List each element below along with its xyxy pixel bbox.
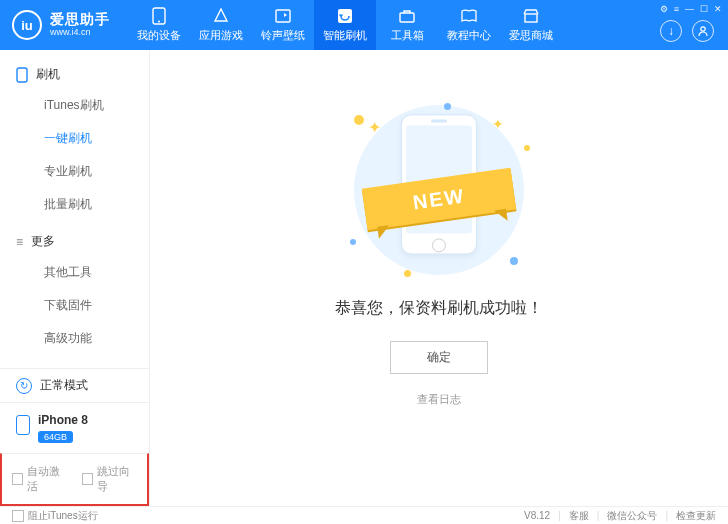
update-link[interactable]: 检查更新 [676, 509, 716, 523]
wechat-link[interactable]: 微信公众号 [607, 509, 657, 523]
checkbox-block-itunes[interactable]: 阻止iTunes运行 [12, 509, 98, 523]
nav-label: 工具箱 [391, 28, 424, 43]
version-label: V8.12 [524, 510, 550, 521]
more-icon: ≡ [16, 235, 23, 249]
nav-apps[interactable]: 应用游戏 [190, 0, 252, 50]
device-mode[interactable]: ↻ 正常模式 [0, 368, 149, 402]
sparkle-icon: ✦ [492, 116, 504, 132]
nav-label: 教程中心 [447, 28, 491, 43]
flash-icon [336, 7, 354, 25]
brand-name: 爱思助手 [50, 12, 110, 27]
sidebar-group-more: ≡ 更多 [0, 227, 149, 256]
wallpaper-icon [274, 7, 292, 25]
maximize-icon[interactable]: ☐ [700, 4, 708, 14]
svg-rect-2 [276, 10, 290, 22]
sidebar: 刷机 iTunes刷机 一键刷机 专业刷机 批量刷机 ≡ 更多 其他工具 下载固… [0, 50, 150, 506]
checkbox-skip-guide[interactable]: 跳过向导 [82, 464, 138, 494]
nav-label: 我的设备 [137, 28, 181, 43]
user-icon[interactable] [692, 20, 714, 42]
device-panel[interactable]: iPhone 8 64GB [0, 402, 149, 453]
book-icon [460, 7, 478, 25]
logo: iu 爱思助手 www.i4.cn [0, 10, 110, 40]
svg-rect-7 [17, 68, 27, 82]
top-nav: 我的设备 应用游戏 铃声壁纸 智能刷机 工具箱 教程中心 爱思商城 [128, 0, 562, 50]
support-link[interactable]: 客服 [569, 509, 589, 523]
sidebar-item-pro-flash[interactable]: 专业刷机 [0, 155, 149, 188]
nav-toolbox[interactable]: 工具箱 [376, 0, 438, 50]
logo-icon: iu [12, 10, 42, 40]
apps-icon [212, 7, 230, 25]
sparkle-icon: ✦ [368, 118, 381, 137]
phone-icon [16, 67, 28, 83]
view-log-link[interactable]: 查看日志 [417, 392, 461, 407]
header-right: ↓ [660, 20, 714, 42]
refresh-icon: ↻ [16, 378, 32, 394]
sidebar-item-download-firmware[interactable]: 下载固件 [0, 289, 149, 322]
checkbox-auto-activate[interactable]: 自动激活 [12, 464, 68, 494]
ok-button[interactable]: 确定 [390, 341, 488, 374]
sidebar-item-advanced[interactable]: 高级功能 [0, 322, 149, 355]
checkbox-label: 跳过向导 [97, 464, 137, 494]
main-content: ✦ ✦ NEW 恭喜您，保资料刷机成功啦！ 确定 查看日志 [150, 50, 728, 506]
group-label: 刷机 [36, 66, 60, 83]
svg-point-6 [701, 27, 705, 31]
group-label: 更多 [31, 233, 55, 250]
success-message: 恭喜您，保资料刷机成功啦！ [335, 298, 543, 319]
window-controls: ⚙ ≡ — ☐ ✕ [660, 4, 722, 14]
checkbox-icon [82, 473, 93, 485]
svg-rect-5 [525, 14, 537, 22]
menu-icon[interactable]: ≡ [674, 4, 679, 14]
nav-label: 铃声壁纸 [261, 28, 305, 43]
nav-flash[interactable]: 智能刷机 [314, 0, 376, 50]
nav-tutorials[interactable]: 教程中心 [438, 0, 500, 50]
sidebar-item-batch-flash[interactable]: 批量刷机 [0, 188, 149, 221]
success-illustration: ✦ ✦ NEW [324, 100, 554, 280]
device-storage-badge: 64GB [38, 431, 73, 443]
sidebar-item-oneclick-flash[interactable]: 一键刷机 [0, 122, 149, 155]
nav-my-device[interactable]: 我的设备 [128, 0, 190, 50]
checkbox-icon [12, 510, 24, 522]
checkbox-label: 自动激活 [27, 464, 67, 494]
nav-ringtones[interactable]: 铃声壁纸 [252, 0, 314, 50]
store-icon [522, 7, 540, 25]
nav-label: 智能刷机 [323, 28, 367, 43]
nav-label: 应用游戏 [199, 28, 243, 43]
options-box: 自动激活 跳过向导 [0, 453, 149, 506]
minimize-icon[interactable]: — [685, 4, 694, 14]
svg-rect-4 [400, 13, 414, 22]
device-name: iPhone 8 [38, 413, 88, 427]
settings-icon[interactable]: ⚙ [660, 4, 668, 14]
checkbox-label: 阻止iTunes运行 [28, 509, 98, 523]
sidebar-item-itunes-flash[interactable]: iTunes刷机 [0, 89, 149, 122]
titlebar: iu 爱思助手 www.i4.cn 我的设备 应用游戏 铃声壁纸 智能刷机 工具… [0, 0, 728, 50]
close-icon[interactable]: ✕ [714, 4, 722, 14]
brand-url: www.i4.cn [50, 28, 110, 38]
svg-point-1 [158, 21, 160, 23]
nav-label: 爱思商城 [509, 28, 553, 43]
device-icon [150, 7, 168, 25]
mode-label: 正常模式 [40, 377, 88, 394]
status-bar: 阻止iTunes运行 V8.12 | 客服 | 微信公众号 | 检查更新 [0, 506, 728, 524]
download-icon[interactable]: ↓ [660, 20, 682, 42]
device-phone-icon [16, 415, 30, 435]
sidebar-item-other-tools[interactable]: 其他工具 [0, 256, 149, 289]
toolbox-icon [398, 7, 416, 25]
sidebar-group-flash: 刷机 [0, 60, 149, 89]
nav-store[interactable]: 爱思商城 [500, 0, 562, 50]
checkbox-icon [12, 473, 23, 485]
